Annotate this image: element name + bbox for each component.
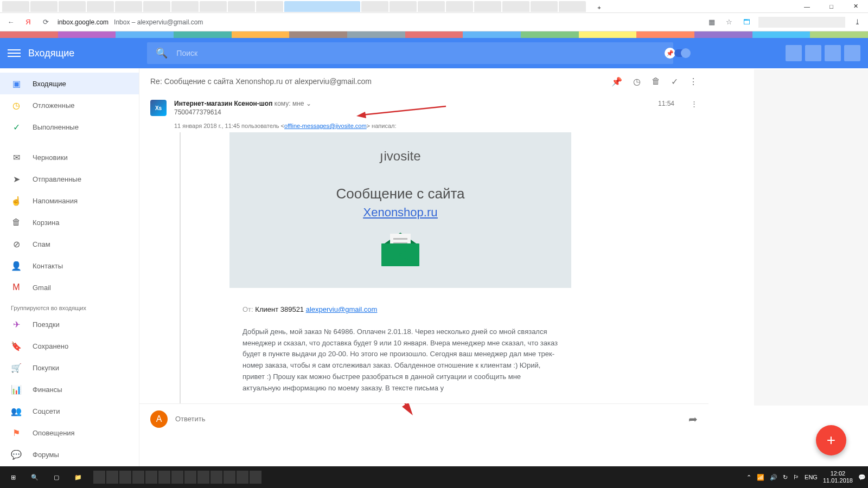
browser-tab[interactable] xyxy=(531,1,558,12)
hero-link[interactable]: Xenonshop.ru xyxy=(363,206,438,219)
sidebar-item-updates[interactable]: ⚑Оповещения xyxy=(0,422,139,444)
browser-tab[interactable] xyxy=(418,1,445,12)
blurred-icon[interactable] xyxy=(805,45,821,61)
hamburger-menu-button[interactable] xyxy=(8,47,21,60)
taskbar-app[interactable] xyxy=(93,471,105,484)
browser-tab[interactable] xyxy=(200,1,227,12)
expand-recipients-icon[interactable]: ⌄ xyxy=(306,100,311,107)
sidebar-item-social[interactable]: 👥Соцсети xyxy=(0,400,139,422)
browser-tab[interactable] xyxy=(2,1,29,12)
sidebar-item-finance[interactable]: 📊Финансы xyxy=(0,378,139,400)
sidebar-item-forums[interactable]: 💬Форумы xyxy=(0,444,139,465)
from-email-link[interactable]: alexperviu@gmail.com xyxy=(306,305,378,313)
sidebar-item-trips[interactable]: ✈Поездки xyxy=(0,313,139,335)
browser-tab[interactable] xyxy=(361,1,388,12)
sidebar-item-purchases[interactable]: 🛒Покупки xyxy=(0,357,139,378)
close-window-button[interactable]: ✕ xyxy=(844,0,868,13)
browser-tab[interactable] xyxy=(256,1,283,12)
browser-tab-active[interactable] xyxy=(284,1,360,12)
tray-chevron-icon[interactable]: ⌃ xyxy=(746,474,751,481)
taskbar-app[interactable] xyxy=(224,471,235,484)
taskbar-app[interactable] xyxy=(145,471,157,484)
tray-sync-icon[interactable]: ↻ xyxy=(783,474,788,481)
browser-tab[interactable] xyxy=(30,1,58,12)
task-view-icon[interactable]: ▢ xyxy=(46,466,67,488)
tray-notifications-icon[interactable]: 💬 xyxy=(858,474,866,481)
browser-tab[interactable] xyxy=(390,1,417,12)
browser-tab[interactable] xyxy=(228,1,255,12)
reply-bar[interactable]: А Ответить ➦ xyxy=(139,403,709,434)
user-avatar: А xyxy=(150,410,168,428)
forward-icon[interactable]: ➦ xyxy=(688,413,698,426)
sidebar-item-reminders[interactable]: ☝Напоминания xyxy=(0,190,139,211)
compose-fab[interactable]: + xyxy=(816,425,846,455)
search-input[interactable] xyxy=(176,49,665,57)
browser-tab[interactable] xyxy=(446,1,473,12)
minimize-button[interactable]: — xyxy=(795,0,819,13)
taskbar-app[interactable] xyxy=(106,471,118,484)
snooze-icon[interactable]: ◷ xyxy=(633,76,641,87)
reply-placeholder[interactable]: Ответить xyxy=(175,415,681,423)
back-button[interactable]: ← xyxy=(5,18,16,26)
more-icon[interactable]: ⋮ xyxy=(689,76,698,87)
browser-tab[interactable] xyxy=(502,1,529,12)
sidebar-item-saved[interactable]: 🔖Сохранено xyxy=(0,335,139,357)
extensions-icon[interactable]: 🗔 xyxy=(741,18,752,26)
taskbar-app[interactable] xyxy=(210,471,222,484)
sidebar-item-done[interactable]: ✓Выполненные xyxy=(0,116,139,138)
pin-toggle[interactable]: 📌 xyxy=(665,48,690,59)
bookmark-star-icon[interactable]: ☆ xyxy=(724,18,735,26)
new-tab-button[interactable]: + xyxy=(587,1,611,13)
message-more-icon[interactable]: ⋮ xyxy=(691,100,698,108)
taskbar-app[interactable] xyxy=(158,471,170,484)
tray-language[interactable]: ENG xyxy=(805,474,818,480)
browser-tab[interactable] xyxy=(474,1,501,12)
blurred-icon[interactable] xyxy=(786,45,802,61)
sidebar-item-trash[interactable]: 🗑Корзина xyxy=(0,211,139,233)
pin-icon[interactable]: 📌 xyxy=(611,76,622,87)
sidebar-item-sent[interactable]: ➤Отправленные xyxy=(0,168,139,190)
taskbar-app[interactable] xyxy=(250,471,261,484)
reader-icon[interactable]: ▦ xyxy=(706,18,717,26)
start-button[interactable]: ⊞ xyxy=(2,466,24,488)
sidebar-item-label: Форумы xyxy=(33,451,59,459)
browser-tab[interactable] xyxy=(143,1,170,12)
reload-button[interactable]: ⟳ xyxy=(40,18,51,26)
browser-tab[interactable] xyxy=(171,1,199,12)
tray-wifi-icon[interactable]: 📶 xyxy=(757,474,764,481)
blurred-icon[interactable] xyxy=(825,45,841,61)
tray-flag-icon[interactable]: 🏳 xyxy=(793,474,799,480)
done-icon[interactable]: ✓ xyxy=(671,76,678,87)
blurred-region xyxy=(754,69,868,406)
tray-clock[interactable]: 12:02 11.01.2018 xyxy=(823,470,853,484)
sidebar-item-inbox[interactable]: ▣Входящие xyxy=(0,73,139,94)
url-display[interactable]: inbox.google.com Inbox – alexperviu@gmai… xyxy=(58,18,203,26)
sidebar-item-spam[interactable]: ⊘Спам xyxy=(0,233,139,255)
taskbar-app[interactable] xyxy=(132,471,144,484)
sidebar-item-snoozed[interactable]: ◷Отложенные xyxy=(0,94,139,116)
browser-tab[interactable] xyxy=(87,1,114,12)
sidebar-item-drafts[interactable]: ✉Черновики xyxy=(0,146,139,168)
quote-email-link[interactable]: offline-messages@jivosite.com xyxy=(284,123,367,129)
yandex-icon[interactable]: Я xyxy=(23,18,34,26)
delete-icon[interactable]: 🗑 xyxy=(652,76,660,87)
blurred-icon[interactable] xyxy=(844,45,860,61)
sidebar-item-contacts[interactable]: 👤Контакты xyxy=(0,255,139,277)
url-bar: ← Я ⟳ inbox.google.com Inbox – alexpervi… xyxy=(0,13,868,31)
taskbar-app[interactable] xyxy=(171,471,183,484)
browser-tab[interactable] xyxy=(559,1,586,12)
browser-tab[interactable] xyxy=(59,1,86,12)
downloads-icon[interactable]: ⤓ xyxy=(852,18,863,26)
taskbar-app[interactable] xyxy=(237,471,248,484)
explorer-icon[interactable]: 📁 xyxy=(67,466,89,488)
maximize-button[interactable]: □ xyxy=(819,0,844,13)
browser-tab[interactable] xyxy=(115,1,142,12)
sidebar-item-label: Gmail xyxy=(33,284,51,292)
search-task-icon[interactable]: 🔍 xyxy=(24,466,46,488)
taskbar-app[interactable] xyxy=(184,471,196,484)
taskbar-app[interactable] xyxy=(197,471,209,484)
taskbar-app[interactable] xyxy=(119,471,131,484)
search-bar[interactable]: 🔍 xyxy=(147,42,673,64)
tray-volume-icon[interactable]: 🔊 xyxy=(770,474,777,481)
sidebar-item-gmail[interactable]: MGmail xyxy=(0,277,139,298)
